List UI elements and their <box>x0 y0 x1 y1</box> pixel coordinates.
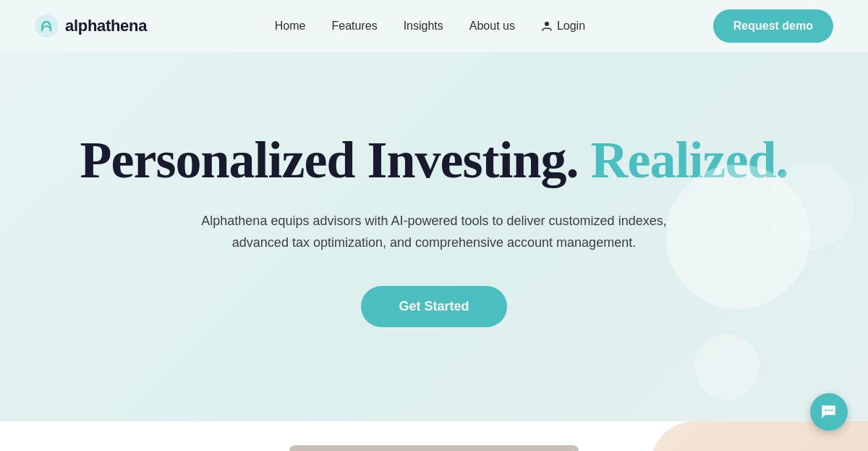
nav-link-insights[interactable]: Insights <box>404 20 443 32</box>
svg-point-2 <box>825 410 827 412</box>
nav-item-about[interactable]: About us <box>469 20 515 33</box>
chat-support-button[interactable] <box>810 393 848 431</box>
nav-links: Home Features Insights About us Login <box>275 20 585 33</box>
hero-title-main: Personalized Investing. <box>80 131 579 189</box>
hero-section: Personalized Investing. Realized. Alphat… <box>0 52 868 421</box>
decorative-circle-3 <box>694 334 760 400</box>
svg-point-3 <box>828 410 830 412</box>
decorative-circle-2 <box>767 163 854 250</box>
logo[interactable]: alphathena <box>35 14 147 38</box>
navbar: alphathena Home Features Insights About … <box>0 0 868 52</box>
nav-link-home[interactable]: Home <box>275 20 306 32</box>
get-started-button[interactable]: Get Started <box>361 286 506 327</box>
bottom-image <box>289 445 579 451</box>
svg-point-4 <box>831 410 833 412</box>
alphathena-logo-icon <box>35 14 58 38</box>
hero-subtitle: Alphathena equips advisors with AI-power… <box>181 210 687 254</box>
request-demo-button[interactable]: Request demo <box>713 9 833 43</box>
svg-point-1 <box>545 22 549 26</box>
person-icon <box>541 20 553 32</box>
bottom-section <box>0 421 868 451</box>
nav-link-about[interactable]: About us <box>469 20 515 32</box>
chat-icon <box>820 402 838 421</box>
login-link[interactable]: Login <box>541 20 585 33</box>
logo-text: alphathena <box>65 17 147 35</box>
hero-title: Personalized Investing. Realized. <box>80 132 788 189</box>
nav-item-home[interactable]: Home <box>275 20 306 33</box>
nav-item-features[interactable]: Features <box>331 20 377 33</box>
login-label: Login <box>557 20 585 33</box>
nav-item-insights[interactable]: Insights <box>404 20 443 33</box>
nav-item-login[interactable]: Login <box>541 20 585 33</box>
nav-link-features[interactable]: Features <box>331 20 377 32</box>
